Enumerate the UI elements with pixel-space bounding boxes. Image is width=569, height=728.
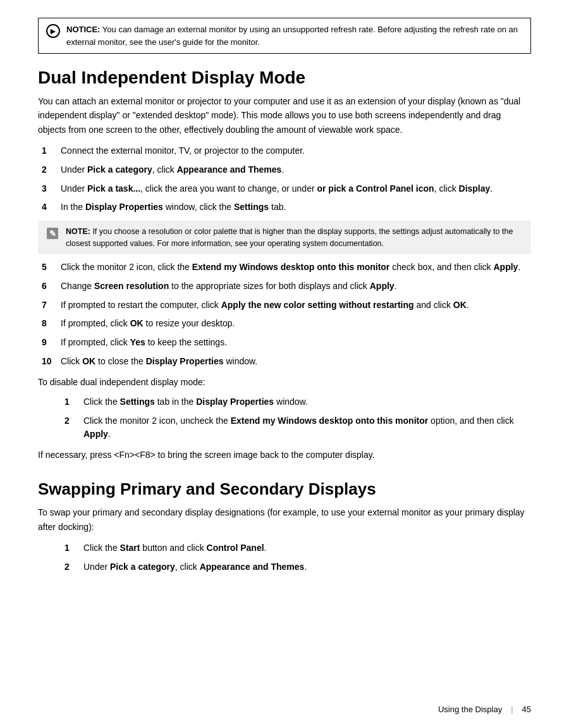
- disable-steps: 1 Click the Settings tab in the Display …: [61, 395, 531, 441]
- step-4: 4 In the Display Properties window, clic…: [38, 201, 531, 214]
- step-10: 10 Click OK to close the Display Propert…: [38, 355, 531, 369]
- notice-icon: ►: [46, 24, 60, 38]
- note-body: If you choose a resolution or color pale…: [66, 227, 513, 248]
- step-10-content: Click OK to close the Display Properties…: [61, 355, 531, 369]
- pencil-icon: ✎: [46, 227, 59, 240]
- disable-step-2-content: Click the monitor 2 icon, uncheck the Ex…: [83, 414, 531, 441]
- footer-separator: |: [511, 705, 513, 714]
- step-1-content: Connect the external monitor, TV, or pro…: [61, 144, 531, 158]
- step-6-num: 6: [38, 280, 61, 293]
- page-footer: Using the Display | 45: [438, 705, 531, 714]
- step-8: 8 If prompted, click OK to resize your d…: [38, 317, 531, 331]
- notice-label: NOTICE:: [66, 25, 100, 34]
- step-6: 6 Change Screen resolution to the approp…: [38, 280, 531, 293]
- disable-step-1-num: 1: [61, 395, 83, 409]
- disable-step-2-num: 2: [61, 414, 83, 428]
- section2-step-2-num: 2: [61, 560, 83, 574]
- section2-heading: Swapping Primary and Secondary Displays: [38, 479, 531, 499]
- section2-step-2-content: Under Pick a category, click Appearance …: [83, 560, 531, 574]
- note-box: ✎ NOTE: If you choose a resolution or co…: [38, 221, 531, 255]
- steps-5-10: 5 Click the monitor 2 icon, click the Ex…: [38, 261, 531, 368]
- section1-intro: You can attach an external monitor or pr…: [38, 94, 531, 137]
- section2-step-1-content: Click the Start button and click Control…: [83, 541, 531, 555]
- step-5: 5 Click the monitor 2 icon, click the Ex…: [38, 261, 531, 275]
- step-3: 3 Under Pick a task..., click the area y…: [38, 182, 531, 196]
- step-4-content: In the Display Properties window, click …: [61, 201, 531, 214]
- section2-steps: 1 Click the Start button and click Contr…: [61, 541, 531, 574]
- step-1: 1 Connect the external monitor, TV, or p…: [38, 144, 531, 158]
- step-4-num: 4: [38, 201, 61, 214]
- note-text: NOTE: If you choose a resolution or colo…: [66, 226, 523, 250]
- step-9-content: If prompted, click Yes to keep the setti…: [61, 336, 531, 350]
- section2-intro: To swap your primary and secondary displ…: [38, 505, 531, 534]
- section2-step-1: 1 Click the Start button and click Contr…: [61, 541, 531, 555]
- disable-heading: To disable dual independent display mode…: [38, 375, 531, 389]
- step-2-content: Under Pick a category, click Appearance …: [61, 163, 531, 177]
- step-7-content: If prompted to restart the computer, cli…: [61, 299, 531, 312]
- step-2: 2 Under Pick a category, click Appearanc…: [38, 163, 531, 177]
- notice-text: NOTICE: You can damage an external monit…: [66, 23, 523, 48]
- step-9-num: 9: [38, 336, 61, 350]
- step-6-content: Change Screen resolution to the appropri…: [61, 280, 531, 293]
- svg-text:✎: ✎: [49, 229, 56, 238]
- section1-heading: Dual Independent Display Mode: [38, 68, 531, 88]
- note-label: NOTE:: [66, 227, 90, 236]
- step-7-num: 7: [38, 299, 61, 312]
- notice-box: ► NOTICE: You can damage an external mon…: [38, 18, 531, 54]
- step-8-num: 8: [38, 317, 61, 331]
- footer-page-num: 45: [522, 705, 531, 714]
- step-10-num: 10: [38, 355, 61, 369]
- step-2-num: 2: [38, 163, 61, 177]
- step-9: 9 If prompted, click Yes to keep the set…: [38, 336, 531, 350]
- step-8-content: If prompted, click OK to resize your des…: [61, 317, 531, 331]
- step-7: 7 If prompted to restart the computer, c…: [38, 299, 531, 312]
- step-3-content: Under Pick a task..., click the area you…: [61, 182, 531, 196]
- step-1-num: 1: [38, 144, 61, 158]
- disable-step-1: 1 Click the Settings tab in the Display …: [61, 395, 531, 409]
- section2-step-1-num: 1: [61, 541, 83, 555]
- section2-step-2: 2 Under Pick a category, click Appearanc…: [61, 560, 531, 574]
- note-icon: ✎: [46, 226, 59, 240]
- disable-step-2: 2 Click the monitor 2 icon, uncheck the …: [61, 414, 531, 441]
- fn-note: If necessary, press <Fn><F8> to bring th…: [38, 448, 531, 462]
- footer-section-label: Using the Display: [438, 705, 502, 714]
- notice-body: You can damage an external monitor by us…: [66, 25, 518, 47]
- disable-step-1-content: Click the Settings tab in the Display Pr…: [83, 395, 531, 409]
- step-5-content: Click the monitor 2 icon, click the Exte…: [61, 261, 531, 275]
- step-5-num: 5: [38, 261, 61, 275]
- step-3-num: 3: [38, 182, 61, 196]
- steps-1-4: 1 Connect the external monitor, TV, or p…: [38, 144, 531, 214]
